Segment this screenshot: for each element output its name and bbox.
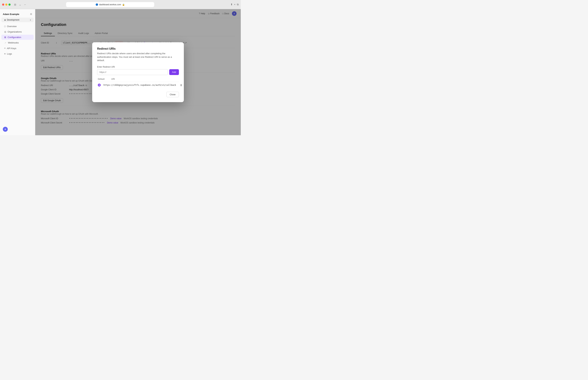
lock-icon: 🔒 (122, 3, 125, 6)
environment-selector[interactable]: ◈ Development ▾ (1, 18, 34, 22)
overview-icon: □ (4, 25, 6, 28)
sidebar-header: Adam Example ⚙ (0, 11, 35, 18)
env-name: Development (7, 19, 20, 21)
app-container: Adam Example ⚙ ◈ Development ▾ □ Overvie… (0, 9, 241, 135)
sidebar-item-label: API Keys (7, 47, 16, 50)
sidebar-item-label: Configuration (8, 36, 21, 38)
modal-input-row: Add (97, 69, 179, 75)
uri-column-header: URI (111, 78, 178, 80)
webhooks-icon: ⟋ (4, 41, 6, 44)
sidebar-item-webhooks[interactable]: ⟋ Webhooks (1, 40, 34, 45)
configuration-icon: ⊞ (4, 36, 6, 38)
uri-value: https://ckkbgoycvwjyzxivftfz.supabase.co… (103, 84, 176, 86)
modal-description: Redirect URIs decide where users are dir… (97, 52, 179, 62)
tab-view-icon[interactable]: ⧉ (237, 3, 239, 6)
environment-label: ◈ Development (4, 19, 20, 21)
sidebar-item-organizations[interactable]: ◎ Organizations (1, 29, 34, 34)
site-icon: 🔵 (96, 3, 98, 6)
sidebar-item-api-keys[interactable]: ⌗ API Keys (1, 46, 34, 51)
sidebar-item-overview[interactable]: □ Overview (1, 24, 34, 29)
radio-inner (99, 85, 100, 86)
uri-list-item: https://ckkbgoycvwjyzxivftfz.supabase.co… (97, 82, 179, 88)
back-button[interactable]: ← (23, 2, 27, 7)
sidebar: Adam Example ⚙ ◈ Development ▾ □ Overvie… (0, 9, 35, 135)
minimize-traffic-light[interactable] (5, 3, 7, 6)
modal-input-label: Enter Redirect URI (97, 66, 179, 68)
tab-grid-button[interactable]: ⊟ (13, 2, 17, 7)
trash-icon: 🗑 (180, 84, 182, 86)
modal-overlay[interactable]: Redirect URIs Redirect URIs decide where… (35, 9, 241, 135)
sidebar-item-configuration[interactable]: ⊞ Configuration (1, 35, 34, 40)
default-radio[interactable] (98, 84, 101, 86)
close-modal-button[interactable]: Close (166, 92, 179, 97)
address-bar[interactable]: 🔵 dashboard.workos.com 🔒 (66, 2, 154, 7)
chevron-down-icon: ▾ (30, 19, 31, 21)
avatar-initials: A (5, 128, 6, 130)
traffic-lights (2, 3, 11, 6)
share-icon[interactable]: ⬆ (231, 3, 233, 6)
new-tab-icon[interactable]: + (234, 3, 236, 6)
sidebar-footer: A (0, 125, 35, 133)
user-avatar[interactable]: A (3, 127, 8, 132)
organizations-icon: ◎ (4, 30, 6, 33)
url-text: dashboard.workos.com (99, 3, 121, 6)
modal-title: Redirect URIs (97, 47, 179, 50)
sidebar-item-label: Webhooks (8, 41, 19, 44)
redirect-uri-input[interactable] (97, 69, 168, 75)
add-uri-button[interactable]: Add (169, 69, 179, 75)
modal-footer: Close (97, 92, 179, 97)
redirect-uris-modal: Redirect URIs Redirect URIs decide where… (92, 42, 184, 102)
app-name: Adam Example (3, 13, 19, 16)
modal-table-header: Default URI (97, 78, 179, 80)
settings-icon[interactable]: ⚙ (30, 13, 32, 16)
browser-chrome: ⊟ ⌄ ← 🔵 dashboard.workos.com 🔒 ⬆ + ⧉ (0, 0, 241, 9)
sidebar-item-logs[interactable]: ≡ Logs (1, 51, 34, 56)
close-traffic-light[interactable] (2, 3, 4, 6)
sidebar-item-label: Organizations (8, 30, 22, 33)
tab-options-button[interactable]: ⌄ (18, 2, 22, 7)
delete-uri-button[interactable]: 🗑 (179, 83, 183, 87)
api-keys-icon: ⌗ (4, 47, 5, 50)
browser-actions: ⬆ + ⧉ (231, 3, 239, 6)
sidebar-item-label: Logs (7, 53, 12, 55)
env-icon: ◈ (4, 19, 6, 21)
main-content: ? Help ◇ Feedback □ Docs A Configuration… (35, 9, 241, 135)
sidebar-item-label: Overview (7, 25, 17, 28)
fullscreen-traffic-light[interactable] (8, 3, 11, 6)
default-column-header: Default (98, 78, 108, 80)
logs-icon: ≡ (4, 53, 6, 55)
